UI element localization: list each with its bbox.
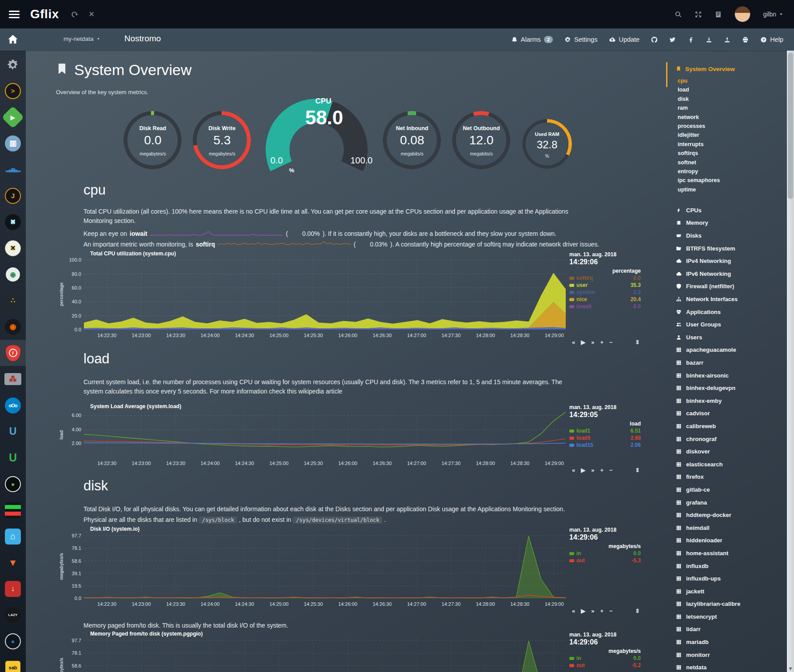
- help-button[interactable]: ?Help: [760, 36, 783, 43]
- sidebar-section-applications[interactable]: Applications: [676, 306, 780, 318]
- sidebar-app-letsencrypt[interactable]: letsencrypt: [676, 610, 780, 623]
- user-menu[interactable]: gilbn: [763, 11, 783, 18]
- unifi-icon[interactable]: [0, 418, 26, 445]
- play-button[interactable]: ▶: [581, 467, 585, 473]
- cpu-chart[interactable]: percentageTotal CPU utilization (system.…: [58, 251, 641, 338]
- legend-load1[interactable]: load16.51: [569, 428, 641, 434]
- skip-forward-button[interactable]: »: [591, 608, 594, 614]
- zoom-out-button[interactable]: −: [609, 467, 613, 473]
- sidebar-section-ipv4-networking[interactable]: IPv4 Networking: [676, 254, 780, 267]
- legend-in[interactable]: in0.0: [569, 655, 641, 661]
- plex-icon[interactable]: [0, 78, 26, 104]
- page-scrollbar[interactable]: ▼: [787, 51, 794, 672]
- dark-orb-icon[interactable]: [0, 471, 26, 497]
- sidebar-link-ram[interactable]: ram: [678, 103, 780, 112]
- sidebar-app-jackett[interactable]: jackett: [676, 585, 780, 598]
- x-app-blue-icon[interactable]: [0, 209, 26, 235]
- sidebar-app-calibreweb[interactable]: calibreweb: [676, 420, 780, 433]
- netdata-icon[interactable]: [0, 340, 26, 366]
- sidebar-section-memory[interactable]: Memory: [676, 217, 780, 230]
- sidebar-app-binhex-delugevpn[interactable]: binhex-delugevpn: [676, 382, 780, 394]
- x-app-yellow-icon[interactable]: [0, 235, 26, 261]
- sidebar-link-disk[interactable]: disk: [678, 95, 780, 103]
- skip-back-button[interactable]: «: [572, 339, 575, 346]
- play-button[interactable]: ▶: [581, 608, 585, 614]
- load-plot-area[interactable]: [84, 411, 566, 457]
- zoom-in-button[interactable]: +: [600, 608, 603, 614]
- scrollbar-down-arrow[interactable]: ▼: [787, 666, 794, 671]
- legend-load15[interactable]: load152.06: [569, 442, 641, 448]
- home-icon[interactable]: [8, 34, 18, 47]
- hamburger-menu-icon[interactable]: [9, 11, 20, 18]
- water-drop-icon[interactable]: [0, 628, 26, 654]
- jackett-icon[interactable]: [0, 183, 26, 209]
- airsonic-icon[interactable]: [0, 156, 26, 183]
- resize-handle[interactable]: ⇕: [635, 339, 640, 346]
- sidebar-app-binhex-airsonic[interactable]: binhex-airsonic: [676, 369, 780, 382]
- legend-system[interactable]: system2.3: [569, 289, 641, 295]
- sidebar-link-softirqs[interactable]: softirqs: [678, 149, 780, 158]
- sidebar-link-entropy[interactable]: entropy: [678, 167, 780, 176]
- skip-back-button[interactable]: «: [572, 608, 575, 614]
- nextcloud-icon[interactable]: [0, 392, 26, 418]
- sidebar-section-firewall-netfilter-[interactable]: Firewall (netfilter): [676, 280, 780, 293]
- gitlab-icon[interactable]: [0, 549, 26, 576]
- iowait-sparkline[interactable]: [150, 229, 283, 238]
- softirq-sparkline[interactable]: [218, 240, 351, 248]
- refresh-icon[interactable]: [71, 11, 78, 18]
- skip-forward-button[interactable]: »: [591, 467, 594, 473]
- settings-button[interactable]: Settings: [564, 36, 597, 43]
- sidebar-app-binhex-emby[interactable]: binhex-emby: [676, 394, 780, 407]
- download-button[interactable]: [706, 36, 712, 43]
- legend-out[interactable]: out-5.3: [569, 557, 641, 564]
- sidebar-app-home-assistant[interactable]: home-assistant: [676, 547, 780, 560]
- legend-in[interactable]: in0.0: [569, 550, 641, 557]
- server-dropdown[interactable]: my-netdata: [64, 36, 100, 42]
- sidebar-app-elasticsearch[interactable]: elasticsearch: [676, 458, 780, 471]
- zoom-out-button[interactable]: −: [609, 608, 613, 614]
- print-button[interactable]: [742, 36, 749, 43]
- sidebar-link-network[interactable]: network: [678, 113, 780, 122]
- load-chart[interactable]: loadSystem Load Average (system.load)6.0…: [58, 403, 641, 466]
- settings-gear-icon[interactable]: [0, 52, 26, 78]
- resize-handle[interactable]: ⇕: [635, 467, 640, 473]
- legend-out[interactable]: out-5.2: [569, 662, 641, 668]
- sidebar-app-cadvisor[interactable]: cadvisor: [676, 407, 780, 420]
- disk-io-chart[interactable]: megabytes/sDisk I/O (system.io)97.778.15…: [58, 526, 641, 607]
- sidebar-app-diskover[interactable]: diskover: [676, 445, 780, 458]
- sidebar-link-softnet[interactable]: softnet: [678, 158, 780, 167]
- sidebar-app-mariadb[interactable]: mariadb: [676, 636, 780, 648]
- sidebar-link-interrupts[interactable]: interrupts: [678, 140, 780, 149]
- github-icon-button[interactable]: [651, 36, 658, 43]
- play-button[interactable]: ▶: [581, 339, 585, 346]
- sidebar-app-netdata[interactable]: netdata: [676, 661, 780, 672]
- sidebar-app-lidarr[interactable]: lidarr: [676, 623, 780, 636]
- sidebar-section-users[interactable]: Users: [676, 331, 780, 344]
- skip-forward-button[interactable]: »: [591, 339, 594, 346]
- pgpgio-plot-area[interactable]: [84, 639, 566, 672]
- sidebar-app-hiddenloader[interactable]: hiddenloader: [676, 534, 780, 547]
- sidebar-app-influxdb[interactable]: influxdb: [676, 560, 780, 573]
- sidebar-link-uptime[interactable]: uptime: [678, 185, 780, 194]
- openhab-icon[interactable]: [0, 261, 26, 287]
- sidebar-app-heimdall[interactable]: heimdall: [676, 521, 780, 534]
- sidebar-link-processes[interactable]: processes: [678, 122, 780, 131]
- sidebar-app-lazylibrarian-calibre[interactable]: lazylibrarian-calibre: [676, 597, 780, 610]
- sidebar-section-user-groups[interactable]: User Groups: [676, 318, 780, 331]
- sidebar-app-grafana[interactable]: grafana: [676, 496, 780, 509]
- monitorr-icon[interactable]: [0, 497, 26, 523]
- node-graph-icon[interactable]: [0, 287, 26, 314]
- sidebar-section-cpus[interactable]: CPUs: [676, 204, 780, 217]
- user-avatar[interactable]: [734, 6, 750, 22]
- sidebar-link-cpu[interactable]: cpu: [678, 76, 780, 85]
- sidebar-link-load[interactable]: load: [678, 85, 780, 94]
- cpu-plot-area[interactable]: [84, 258, 566, 330]
- grapes-folder-icon[interactable]: [0, 366, 26, 392]
- emby-icon[interactable]: [0, 104, 26, 130]
- sidebar-app-hddtemp-docker[interactable]: hddtemp-docker: [676, 509, 780, 521]
- sidebar-section-network-interfaces[interactable]: Network Interfaces: [676, 293, 780, 306]
- news-icon[interactable]: [715, 11, 722, 18]
- legend-iowait[interactable]: iowait0.0: [569, 303, 641, 310]
- memory-paged-chart[interactable]: megabytes/sMemory Paged from/to disk (sy…: [58, 631, 641, 672]
- search-icon[interactable]: [675, 11, 682, 18]
